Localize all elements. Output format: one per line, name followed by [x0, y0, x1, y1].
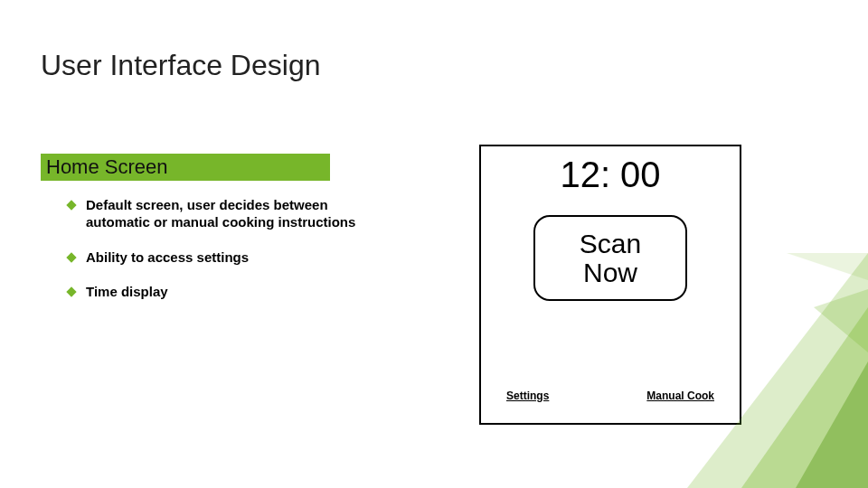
slide: User Interface Design Home Screen Defaul…: [0, 0, 868, 488]
bullet-item: Default screen, user decides between aut…: [68, 197, 366, 231]
bottom-row: Settings Manual Cook: [490, 389, 731, 402]
device-screen: 12: 00 Scan Now Settings Manual Cook: [490, 151, 731, 418]
svg-marker-2: [796, 361, 868, 488]
manual-cook-link[interactable]: Manual Cook: [646, 389, 714, 402]
svg-marker-1: [741, 307, 868, 488]
scan-now-label: Scan Now: [580, 230, 641, 286]
subheading: Home Screen: [46, 155, 168, 179]
device-mockup: 12: 00 Scan Now Settings Manual Cook: [479, 145, 741, 425]
slide-title: User Interface Design: [41, 50, 320, 81]
svg-marker-3: [814, 289, 868, 352]
bullet-list: Default screen, user decides between aut…: [68, 197, 366, 301]
left-column: Home Screen Default screen, user decides…: [41, 154, 366, 319]
time-display: 12: 00: [490, 155, 731, 195]
settings-link[interactable]: Settings: [506, 389, 549, 402]
svg-marker-4: [787, 253, 868, 280]
bullet-item: Ability to access settings: [68, 249, 366, 267]
scan-now-button[interactable]: Scan Now: [533, 215, 687, 301]
subheading-wrap: Home Screen: [41, 154, 366, 184]
bullet-item: Time display: [68, 284, 366, 301]
